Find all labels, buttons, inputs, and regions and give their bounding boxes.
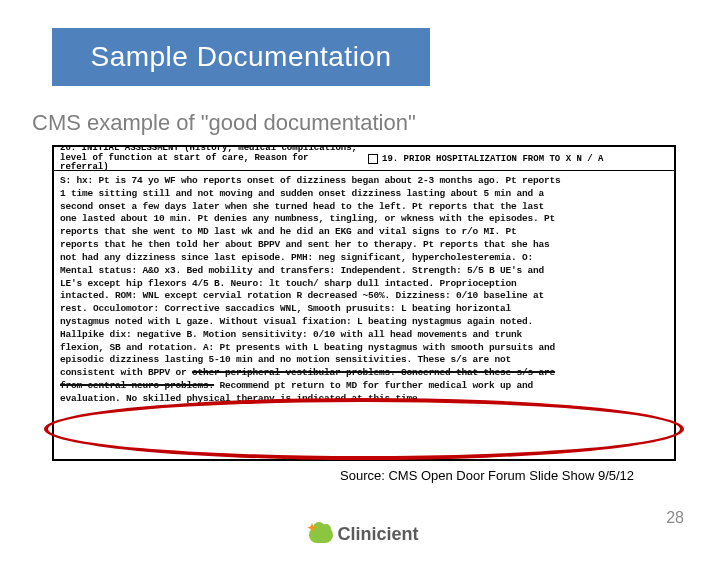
cloud-icon: ✦ <box>309 523 333 545</box>
doc-line: 1 time sitting still and not moving and … <box>60 188 668 201</box>
logo-text: Clinicient <box>337 524 418 545</box>
doc-line: consistent with BPPV or other peripheral… <box>60 367 668 380</box>
sparkle-icon: ✦ <box>307 521 317 535</box>
doc-form-header: 20. INITIAL ASSESSMENT (History, medical… <box>54 147 674 171</box>
redacted-text: from central neuro problems. <box>60 380 214 391</box>
slide-title: Sample Documentation <box>90 41 391 73</box>
doc-line: LE's except hip flexors 4/5 B. Neuro: lt… <box>60 278 668 291</box>
documentation-sample: 20. INITIAL ASSESSMENT (History, medical… <box>52 145 676 461</box>
slide-subtitle: CMS example of "good documentation" <box>32 110 416 136</box>
doc-line: episodic dizziness lasting 5-10 min and … <box>60 354 668 367</box>
redacted-text: other peripheral vestibular problems. Co… <box>192 367 555 378</box>
doc-line: intacted. ROM: WNL except cervial rotati… <box>60 290 668 303</box>
header-section-20: 20. INITIAL ASSESSMENT (History, medical… <box>60 145 360 173</box>
doc-line: evaluation. No skilled physical therapy … <box>60 393 668 406</box>
source-citation: Source: CMS Open Door Forum Slide Show 9… <box>340 468 634 483</box>
doc-line: S: hx: Pt is 74 yo WF who reports onset … <box>60 175 668 188</box>
doc-body-text: S: hx: Pt is 74 yo WF who reports onset … <box>54 171 674 410</box>
doc-line: from central neuro problems. Recommend p… <box>60 380 668 393</box>
doc-line: rest. Occulomotor: Corrective saccadics … <box>60 303 668 316</box>
doc-line: nystagmus noted with L gaze. Without vis… <box>60 316 668 329</box>
prior-hospitalization-label: 19. PRIOR HOSPITALIZATION FROM TO X N / … <box>382 154 603 164</box>
page-number: 28 <box>666 509 684 527</box>
header-section-19: 19. PRIOR HOSPITALIZATION FROM TO X N / … <box>360 154 668 164</box>
slide-footer: ✦ Clinicient <box>0 523 728 545</box>
doc-line: second onset a few days later when she t… <box>60 201 668 214</box>
doc-line: not had any dizziness since last episode… <box>60 252 668 265</box>
doc-line: reports that she went to MD last wk and … <box>60 226 668 239</box>
doc-line: reports that he then told her about BPPV… <box>60 239 668 252</box>
doc-line: flexion, SB and rotation. A: Pt presents… <box>60 342 668 355</box>
checkbox-icon <box>368 154 378 164</box>
doc-line: Mental status: A&O x3. Bed mobility and … <box>60 265 668 278</box>
clinicient-logo: ✦ Clinicient <box>309 523 418 545</box>
doc-line: one lasted about 10 min. Pt denies any n… <box>60 213 668 226</box>
doc-line: Hallpike dix: negative B. Motion sensiti… <box>60 329 668 342</box>
slide-title-bar: Sample Documentation <box>52 28 430 86</box>
